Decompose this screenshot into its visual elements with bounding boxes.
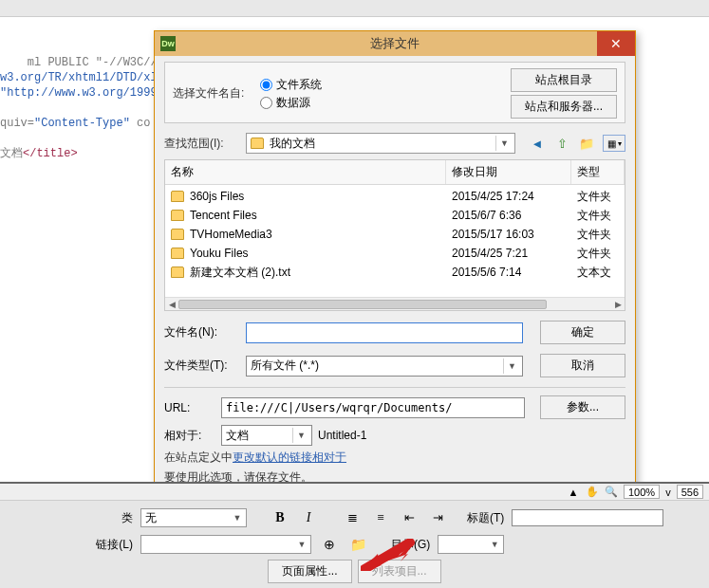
browse-folder-icon[interactable]: 📁 (347, 535, 368, 554)
indent-button[interactable]: ⇥ (427, 508, 448, 527)
target-label: 目标(G) (391, 537, 430, 553)
chevron-down-icon: ▼ (488, 538, 501, 551)
link-label: 链接(L) (95, 537, 133, 553)
file-name: Youku Files (190, 247, 249, 260)
file-type: 文本文 (577, 265, 619, 281)
scroll-thumb[interactable] (178, 300, 547, 309)
radio-filesystem-input[interactable] (260, 79, 272, 91)
radio-datasource-input[interactable] (260, 97, 272, 109)
italic-button[interactable]: I (298, 508, 319, 527)
file-date: 2015/5/17 16:03 (452, 228, 577, 241)
change-default-link[interactable]: 更改默认的链接相对于 (233, 450, 346, 464)
look-in-combo[interactable]: 我的文档 ▼ (246, 133, 515, 154)
dimension-box[interactable]: 556 (677, 485, 703, 499)
pointer-icon[interactable]: ▲ (567, 486, 580, 499)
scroll-right-icon[interactable]: ▶ (611, 300, 625, 309)
bold-button[interactable]: B (270, 508, 290, 527)
file-row[interactable]: 新建文本文档 (2).txt2015/5/6 7:14文本文 (171, 263, 619, 282)
file-date: 2015/5/6 7:14 (452, 266, 577, 279)
filename-label: 文件名(N): (164, 324, 238, 340)
url-input[interactable] (221, 397, 525, 418)
ok-button[interactable]: 确定 (540, 321, 625, 344)
look-in-value: 我的文档 (270, 136, 315, 152)
site-server-button[interactable]: 站点和服务器... (511, 95, 617, 119)
up-one-level-icon[interactable]: ⇧ (553, 135, 570, 152)
hand-icon[interactable]: ✋ (586, 486, 599, 499)
column-name[interactable]: 名称 (165, 160, 446, 184)
url-label: URL: (164, 401, 215, 414)
chevron-down-icon: ▼ (295, 538, 308, 551)
heading-label: 标题(T) (467, 510, 504, 526)
column-date[interactable]: 修改日期 (446, 160, 571, 184)
folder-icon (171, 210, 184, 221)
list-items-button: 列表项目... (358, 560, 441, 583)
file-name: TVHomeMedia3 (190, 228, 272, 241)
cancel-button[interactable]: 取消 (540, 354, 625, 377)
file-icon (171, 266, 184, 278)
close-button[interactable]: ✕ (597, 31, 635, 56)
dreamweaver-icon: Dw (160, 36, 176, 51)
dialog-title: 选择文件 (181, 35, 635, 52)
folder-icon (171, 248, 184, 259)
dialog-titlebar[interactable]: Dw 选择文件 ✕ (155, 31, 635, 56)
outdent-button[interactable]: ⇤ (399, 508, 420, 527)
heading-input[interactable] (512, 509, 663, 526)
file-row[interactable]: 360js Files2015/4/25 17:24文件夹 (171, 187, 619, 206)
file-date: 2015/4/25 17:24 (452, 190, 577, 203)
file-type: 文件夹 (577, 189, 619, 205)
target-select[interactable]: ▼ (438, 535, 504, 554)
note-line-1: 在站点定义中更改默认的链接相对于 (164, 450, 625, 466)
filetype-label: 文件类型(T): (164, 358, 238, 374)
view-menu-icon[interactable]: ▦▾ (603, 135, 625, 152)
file-row[interactable]: Tencent Files2015/6/7 6:36文件夹 (171, 206, 619, 225)
page-props-button[interactable]: 页面属性... (268, 560, 351, 583)
file-type: 文件夹 (577, 246, 619, 262)
folder-icon (251, 138, 264, 149)
new-folder-icon[interactable]: 📁 (578, 135, 595, 152)
chevron-down-icon: ▼ (495, 136, 513, 151)
point-to-file-icon[interactable]: ⊕ (319, 535, 340, 554)
file-type: 文件夹 (577, 208, 619, 224)
class-select[interactable]: 无 ▼ (140, 508, 247, 527)
file-name: 新建文本文档 (2).txt (190, 265, 290, 281)
column-type[interactable]: 类型 (571, 160, 625, 184)
file-list[interactable]: 360js Files2015/4/25 17:24文件夹Tencent Fil… (165, 185, 625, 297)
radio-datasource[interactable]: 数据源 (260, 95, 322, 111)
select-file-dialog: Dw 选择文件 ✕ 选择文件名自: 文件系统 数据源 站点根目录 (154, 30, 636, 496)
file-row[interactable]: TVHomeMedia32015/5/17 16:03文件夹 (171, 225, 619, 244)
look-in-label: 查找范围(I): (164, 136, 238, 152)
filetype-select[interactable]: 所有文件 (*.*) ▼ (246, 356, 523, 377)
zoom-value[interactable]: 100% (624, 485, 660, 499)
file-type: 文件夹 (577, 227, 619, 243)
back-icon[interactable]: ◄ (529, 135, 546, 152)
horizontal-scrollbar[interactable]: ◀ ▶ (165, 297, 625, 310)
editor-tab-strip (0, 0, 709, 17)
link-select[interactable]: ▼ (140, 535, 311, 554)
file-name: Tencent Files (190, 209, 257, 222)
file-list-header: 名称 修改日期 类型 (165, 160, 625, 185)
chevron-down-icon: ▼ (292, 428, 309, 443)
file-date: 2015/6/7 6:36 (452, 209, 577, 222)
scroll-left-icon[interactable]: ◀ (165, 300, 178, 309)
source-section: 选择文件名自: 文件系统 数据源 站点根目录 站点和服务器... (164, 62, 625, 123)
ol-button[interactable]: ≡ (370, 508, 391, 527)
chevron-down-icon: ▼ (503, 358, 520, 374)
chevron-down-icon: ▼ (231, 511, 244, 524)
folder-icon (171, 191, 184, 202)
properties-panel: ▲ ✋ 🔍 100% v 556 类 无 ▼ B I ≣ ≡ ⇤ ⇥ 标题(T)… (0, 482, 709, 588)
file-row[interactable]: Youku Files2015/4/25 7:21文件夹 (171, 244, 619, 263)
relative-to-select[interactable]: 文档 ▼ (221, 425, 312, 446)
class-label: 类 (95, 510, 133, 526)
params-button[interactable]: 参数... (540, 395, 625, 419)
zoom-icon[interactable]: 🔍 (605, 486, 618, 499)
ul-button[interactable]: ≣ (342, 508, 363, 527)
radio-filesystem[interactable]: 文件系统 (260, 77, 322, 93)
relative-doc-name: Untitled-1 (318, 429, 366, 442)
relative-to-label: 相对于: (164, 428, 215, 444)
filename-input[interactable] (246, 322, 523, 343)
file-list-pane: 名称 修改日期 类型 360js Files2015/4/25 17:24文件夹… (164, 159, 625, 311)
file-date: 2015/4/25 7:21 (452, 247, 577, 260)
divider (164, 387, 625, 388)
site-root-button[interactable]: 站点根目录 (511, 68, 617, 92)
divider-char: v (665, 487, 671, 498)
